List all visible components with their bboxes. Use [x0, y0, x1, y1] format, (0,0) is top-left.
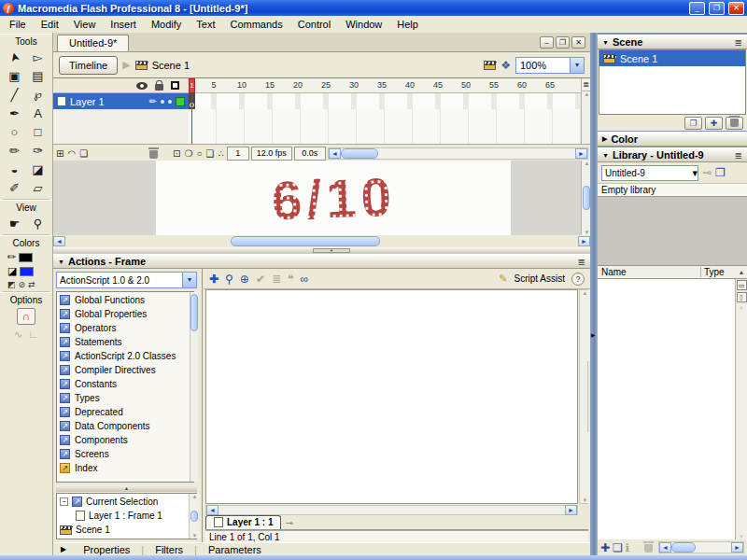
brush-tool[interactable]: ✑	[26, 141, 49, 160]
zoom-dropdown-arrow[interactable]: ▾	[570, 58, 584, 73]
tree-item-current-selection[interactable]: − ↗ Current Selection	[57, 495, 196, 509]
panel-menu-icon[interactable]: ≣	[578, 257, 585, 267]
narrow-library-view-button[interactable]: ▯	[737, 292, 747, 302]
free-transform-tool[interactable]: ▣	[3, 66, 26, 85]
collapse-pane-arrow[interactable]: ▶	[591, 331, 596, 338]
zoom-tool[interactable]: ⚲	[26, 214, 49, 232]
stage-actions-splitter[interactable]: ▼	[53, 247, 590, 254]
paint-bucket-tool[interactable]: ◪	[26, 160, 49, 178]
modify-onion-markers-button[interactable]: ∴	[217, 148, 224, 159]
actionscript-category[interactable]: ↗ Types	[57, 391, 193, 405]
tree-item-scene[interactable]: Scene 1	[57, 523, 196, 537]
scroll-up-arrow[interactable]: ▲	[582, 161, 590, 166]
onion-skin-button[interactable]: ❍	[183, 148, 193, 159]
scene-list-item[interactable]: Scene 1	[599, 50, 745, 66]
layer-lock-dot[interactable]	[168, 100, 172, 104]
layer-frames-strip[interactable]	[189, 93, 581, 109]
scroll-right-arrow[interactable]: ►	[731, 542, 743, 553]
doc-restore-button[interactable]: ❐	[556, 36, 570, 49]
find-button[interactable]: ⚲	[225, 273, 233, 286]
actionscript-category[interactable]: ↗ Screens	[57, 447, 193, 461]
insert-target-path-button[interactable]: ⊕	[240, 273, 249, 286]
insert-layer-button[interactable]: ⊞	[55, 148, 64, 159]
zoom-level-select[interactable]: 100% ▾	[515, 57, 585, 74]
center-frame-button[interactable]: ⊡	[172, 148, 181, 159]
subselection-tool[interactable]: ▻	[26, 48, 49, 66]
actionscript-category[interactable]: ↗ Compiler Directives	[57, 363, 193, 377]
combo-dropdown-arrow[interactable]: ▾	[692, 167, 698, 179]
color-panel-header[interactable]: ▶ Color	[598, 132, 747, 147]
duplicate-scene-button[interactable]: ❐	[684, 117, 702, 130]
frames-area-empty[interactable]	[189, 109, 581, 144]
doc-minimize-button[interactable]: –	[540, 36, 554, 49]
column-header-name[interactable]: Name	[598, 267, 700, 277]
tree-scrollbar[interactable]: ▲ ▼	[189, 494, 198, 539]
insert-layer-folder-button[interactable]: ❏	[78, 148, 89, 159]
timeline-toggle-button[interactable]: Timeline	[59, 56, 118, 75]
panel-menu-icon[interactable]: ≣	[735, 150, 742, 161]
scroll-up-arrow[interactable]: ▲	[580, 290, 590, 296]
scrollbar-thumb[interactable]	[190, 511, 198, 522]
lock-layers-icon[interactable]	[155, 84, 163, 91]
toolbox-tree-splitter[interactable]: ▲	[56, 485, 197, 492]
eyedropper-tool[interactable]: ✐	[3, 178, 26, 197]
toolbox-scrollbar[interactable]	[190, 292, 198, 482]
add-scene-button[interactable]: ✚	[705, 117, 723, 130]
frame-rate-indicator[interactable]: 12.0 fps	[251, 147, 292, 161]
close-button[interactable]: ✕	[728, 2, 744, 15]
restore-button[interactable]: ❐	[709, 2, 725, 15]
layer-name[interactable]: Layer 1	[70, 96, 146, 107]
help-button[interactable]: ?	[571, 273, 585, 286]
actionscript-version-select[interactable]: ActionScript 1.0 & 2.0 ▾	[56, 272, 197, 288]
actionscript-category[interactable]: ↗ Components	[57, 433, 193, 447]
tab-parameters[interactable]: Parameters	[199, 544, 271, 555]
library-panel-header[interactable]: ▼ Library - Untitled-9 ≣	[598, 147, 747, 162]
show-code-hint-button[interactable]: ❝	[288, 273, 293, 286]
show-hide-layers-icon[interactable]	[136, 82, 148, 90]
new-library-panel-button[interactable]: ❐	[715, 166, 726, 179]
swap-colors-button[interactable]: ⇄	[28, 280, 35, 289]
splitter-handle[interactable]: ▼	[313, 248, 350, 253]
scroll-up-arrow[interactable]: ▲	[190, 494, 200, 499]
menu-item[interactable]: Control	[290, 17, 338, 32]
library-horizontal-scrollbar[interactable]: ◄ ►	[658, 541, 744, 553]
menu-item[interactable]: Commands	[222, 17, 289, 32]
stroke-color-control[interactable]: ✏	[7, 251, 52, 263]
playhead-marker[interactable]: 1	[189, 78, 195, 93]
scroll-right-arrow[interactable]: ►	[575, 148, 587, 159]
tab-filters[interactable]: Filters	[146, 544, 192, 555]
library-list-area[interactable]	[598, 279, 735, 539]
actionscript-category[interactable]: ↗ Global Properties	[57, 307, 193, 321]
delete-layer-button[interactable]	[149, 150, 158, 159]
scroll-down-arrow[interactable]: ▼	[580, 497, 590, 503]
title-bar[interactable]: f Macromedia Flash Professional 8 - [Unt…	[0, 0, 747, 16]
lasso-tool[interactable]: ℘	[26, 85, 49, 104]
script-editor-area[interactable]	[205, 289, 578, 504]
expand-triangle-icon[interactable]: ▶	[61, 545, 66, 553]
pin-script-button[interactable]: ⊸	[285, 518, 292, 528]
menu-item[interactable]: Edit	[34, 17, 66, 32]
edit-symbols-icon[interactable]: ❖	[500, 59, 511, 72]
add-motion-guide-button[interactable]: ◠	[66, 148, 77, 159]
delete-library-item-button[interactable]	[644, 544, 653, 553]
timeline-horizontal-scrollbar[interactable]: ◄ ►	[328, 147, 588, 160]
pencil-tool[interactable]: ✏	[3, 141, 26, 160]
scene-panel-header[interactable]: ▼ Scene ≣	[598, 35, 747, 49]
default-colors-button[interactable]: ◩	[7, 280, 16, 289]
doc-close-button[interactable]: ✕	[571, 36, 585, 49]
menu-item[interactable]: Insert	[103, 17, 144, 32]
scroll-right-arrow[interactable]: ►	[578, 236, 590, 246]
new-symbol-button[interactable]: ✚	[600, 541, 610, 554]
scroll-left-arrow[interactable]: ◄	[329, 148, 341, 159]
edit-scene-icon[interactable]	[484, 61, 496, 70]
edit-multiple-frames-button[interactable]: ❑	[205, 148, 216, 159]
scroll-up-arrow[interactable]: ▲	[737, 304, 747, 310]
scrollbar-thumb[interactable]	[341, 148, 378, 159]
stage-canvas[interactable]: 6/10	[156, 161, 511, 235]
outline-layers-icon[interactable]	[171, 81, 179, 90]
layer-outline-color-swatch[interactable]	[176, 97, 185, 106]
script-vertical-scrollbar[interactable]: ▲ ▼	[579, 289, 588, 504]
scroll-left-arrow[interactable]: ◄	[53, 236, 65, 246]
menu-item[interactable]: File	[2, 17, 34, 32]
script-assist-button[interactable]: Script Assist	[514, 273, 565, 284]
